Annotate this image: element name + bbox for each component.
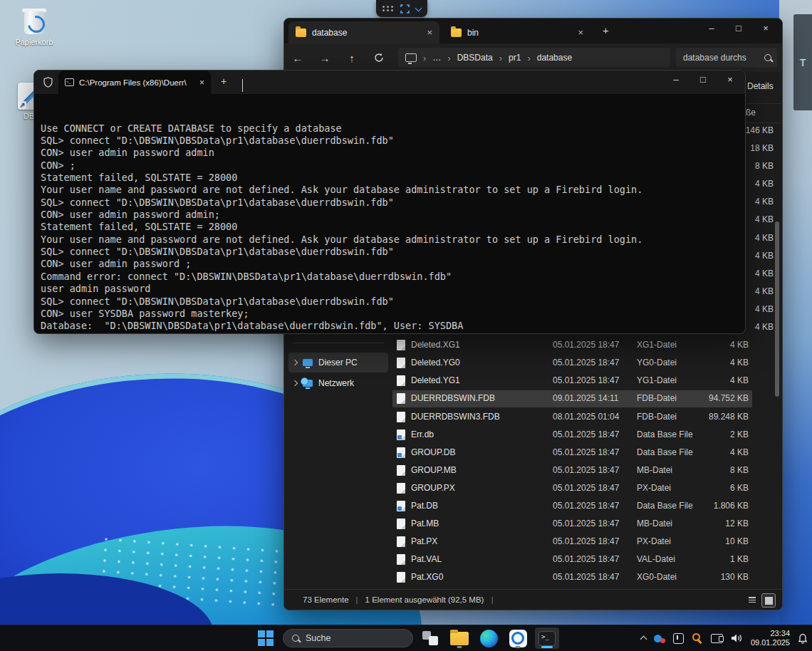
close-button[interactable]: × [752, 23, 779, 33]
key-tray-icon[interactable] [692, 632, 703, 644]
scrollbar-thumb[interactable] [775, 222, 779, 397]
breadcrumb-separator: › [499, 53, 502, 63]
active-indicator [541, 646, 553, 648]
file-date: 05.01.2025 18:47 [553, 372, 619, 390]
file-row[interactable]: Pat.MB05.01.2025 18:47MB-Datei12 KB [284, 515, 782, 533]
file-explorer-taskbar-button[interactable] [447, 627, 472, 649]
explorer-tab-database[interactable]: database × [288, 21, 439, 43]
remote-access-tray-icon[interactable] [654, 634, 665, 643]
sidebar-item-this-pc[interactable]: Dieser PC [288, 353, 388, 373]
cmd-icon: >_ [65, 78, 74, 86]
file-size: 1 KB [670, 551, 749, 568]
terminal-output-line: SQL> connect "D:\DBSWIN\DBSData\pr1\data… [41, 197, 745, 209]
file-row[interactable]: Deleted.XG105.01.2025 18:47XG1-Datei4 KB [284, 336, 782, 354]
edge-panel-tab[interactable]: T [793, 14, 812, 110]
explorer-search-box[interactable] [676, 48, 777, 68]
task-view-button[interactable] [418, 627, 442, 649]
file-size: 10 KB [670, 533, 749, 551]
file-icon [397, 536, 405, 547]
chevron-right-icon[interactable] [292, 360, 298, 365]
file-row[interactable]: Pat.VAL05.01.2025 18:47VAL-Datei1 KB [284, 551, 782, 568]
up-button[interactable]: ↑ [338, 52, 365, 64]
display-tray-icon[interactable] [711, 634, 723, 643]
large-icons-view-button[interactable] [761, 593, 776, 608]
fullscreen-icon[interactable] [400, 4, 410, 14]
terminal-icon: >_ [538, 631, 556, 646]
chevron-right-icon[interactable] [292, 380, 298, 386]
maximize-button[interactable]: □ [689, 74, 717, 85]
breadcrumb-item-pr1[interactable]: pr1 [509, 53, 521, 63]
tab-dropdown-icon[interactable] [242, 79, 243, 92]
remote-session-toolbar[interactable] [376, 0, 427, 17]
file-type: VAL-Datei [637, 551, 675, 568]
terminal-output[interactable]: Use CONNECT or CREATE DATABASE to specif… [34, 94, 745, 333]
details-pane-button[interactable]: Details [747, 81, 774, 91]
breadcrumb-item-dbsdata[interactable]: DBSData [457, 53, 493, 63]
terminal-output-line: CON> user admin password ; [41, 258, 745, 270]
file-row[interactable]: GROUP.PX05.01.2025 18:47PX-Datei6 KB [284, 479, 782, 497]
file-date: 09.01.2025 14:11 [553, 390, 619, 407]
large-icons-view-icon [765, 597, 773, 605]
maximize-button[interactable]: □ [725, 23, 752, 33]
drag-handle-icon[interactable] [382, 6, 394, 11]
terminal-tab[interactable]: >_ C:\Program Files (x86)\Duerr\ × [58, 71, 211, 94]
terminal-output-line: CON> user SYSDBA password masterkey; [41, 308, 745, 320]
taskbar-clock[interactable]: 23:34 09.01.2025 [751, 629, 790, 647]
file-row[interactable]: DUERRDBSWIN3.FDB08.01.2025 01:04FDB-Date… [284, 408, 782, 426]
sidebar-item-network[interactable]: Netzwerk [288, 373, 388, 393]
volume-icon[interactable] [731, 633, 743, 643]
new-tab-button[interactable]: + [603, 24, 609, 36]
back-button[interactable]: ← [284, 52, 311, 64]
file-row[interactable]: Err.db05.01.2025 18:47Data Base File2 KB [284, 426, 782, 444]
desktop-icon-recycle-bin[interactable]: Papierkorb [9, 7, 60, 46]
forward-button[interactable]: → [311, 52, 338, 64]
terminal-taskbar-button[interactable]: >_ [535, 627, 559, 649]
file-date: 05.01.2025 18:47 [553, 354, 619, 372]
selection-summary: 1 Element ausgewählt (92,5 MB) [365, 595, 484, 604]
running-indicator [457, 646, 462, 648]
dbswin-taskbar-button[interactable] [506, 627, 530, 649]
notification-bell-icon[interactable] [798, 633, 808, 644]
file-icon [397, 393, 405, 404]
clock-date: 09.01.2025 [751, 638, 790, 647]
minimize-button[interactable]: – [698, 23, 725, 33]
refresh-button[interactable] [365, 53, 392, 63]
minimize-button[interactable]: – [662, 74, 689, 85]
this-pc-icon [303, 359, 313, 366]
terminal-output-line: SQL> connect "D:\DBSWIN\DBSData\pr1\data… [41, 296, 745, 308]
explorer-tab-bin[interactable]: bin × [444, 21, 590, 43]
chevron-down-icon[interactable] [415, 4, 422, 11]
tab-close-icon[interactable]: × [199, 78, 204, 88]
start-button[interactable] [254, 627, 278, 649]
breadcrumb[interactable]: › … › DBSData › pr1 › database [398, 48, 670, 68]
file-row[interactable]: Pat.XG005.01.2025 18:47XG0-Datei130 KB [284, 568, 782, 586]
file-row[interactable]: GROUP.MB05.01.2025 18:47MB-Datei8 KB [284, 462, 782, 479]
file-row[interactable]: GROUP.DB05.01.2025 18:47Data Base File4 … [284, 444, 782, 462]
file-size: 130 KB [670, 568, 749, 586]
updates-tray-icon[interactable] [673, 633, 684, 644]
breadcrumb-ellipsis[interactable]: … [432, 53, 441, 63]
file-size: 4 KB [670, 336, 749, 354]
tab-close-icon[interactable]: × [427, 27, 432, 38]
edge-taskbar-button[interactable] [477, 627, 501, 649]
new-tab-button[interactable]: + [221, 75, 227, 87]
taskbar-search[interactable]: Suche [283, 629, 413, 647]
edge-panel-tab-label: T [799, 56, 806, 68]
tray-expand-icon[interactable] [640, 636, 647, 643]
database-file-icon [397, 447, 405, 458]
search-input[interactable] [682, 52, 760, 63]
file-size: 8 KB [670, 462, 749, 479]
explorer-tab-bar: database × bin × + – □ × [284, 19, 782, 43]
terminal-output-line: CON> user admin password admin [41, 147, 745, 159]
tab-close-icon[interactable]: × [578, 27, 583, 38]
close-button[interactable]: × [717, 74, 744, 85]
breadcrumb-item-database[interactable]: database [537, 53, 572, 63]
file-row[interactable]: Pat.DB05.01.2025 18:47Data Base File1.80… [284, 497, 782, 515]
file-row[interactable]: Pat.PX05.01.2025 18:47PX-Datei10 KB [284, 533, 782, 551]
terminal-output-line: CON> user admin password admin; [41, 209, 745, 221]
windows-logo-icon [258, 630, 274, 646]
size-column-header[interactable]: ße [746, 108, 756, 118]
item-count: 73 Elemente [303, 595, 349, 604]
file-size: 94.752 KB [670, 390, 749, 407]
details-view-button[interactable] [746, 593, 759, 606]
